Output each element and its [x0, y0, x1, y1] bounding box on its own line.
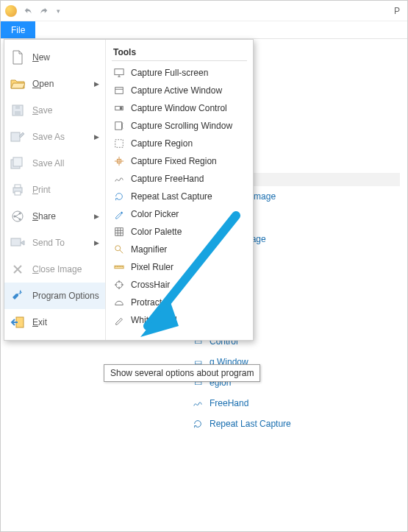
svg-rect-10: [15, 191, 21, 195]
svg-rect-5: [11, 132, 20, 141]
tool-repeat-last-capture[interactable]: Repeat Last Capture: [112, 188, 247, 205]
print-icon: [10, 182, 25, 197]
svg-rect-22: [115, 122, 122, 130]
ribbon-tabs: File: [1, 21, 407, 39]
save-icon: [10, 103, 25, 118]
file-menu-panel: New Open ▶ Save Save As ▶ Save All: [4, 39, 254, 341]
chevron-right-icon: ▶: [94, 239, 99, 247]
menu-program-options[interactable]: Program Options: [4, 283, 105, 309]
chevron-right-icon: ▶: [94, 80, 99, 88]
close-icon: [10, 262, 25, 277]
ruler-icon: [113, 261, 125, 273]
undo-icon[interactable]: [23, 5, 35, 17]
tool-pixel-ruler[interactable]: Pixel Ruler: [112, 258, 247, 276]
tool-magnifier[interactable]: Magnifier: [112, 241, 247, 258]
tool-capture-window-control[interactable]: Capture Window Control: [112, 99, 247, 117]
tool-protractor[interactable]: Protractor: [112, 294, 247, 311]
bg-item-5[interactable]: FreeHand: [192, 393, 398, 414]
menu-new[interactable]: New: [4, 44, 105, 71]
svg-rect-21: [120, 107, 123, 110]
file-menu-left: New Open ▶ Save Save As ▶ Save All: [4, 40, 106, 340]
menu-share-label: Share: [32, 211, 87, 221]
bg-item-6[interactable]: Repeat Last Capture: [192, 414, 398, 434]
svg-point-30: [115, 246, 121, 251]
tool-crosshair[interactable]: CrossHair: [112, 276, 247, 294]
tool-capture-scrolling-window[interactable]: Capture Scrolling Window: [112, 117, 247, 135]
redo-icon[interactable]: [37, 5, 49, 17]
monitor-icon: [113, 67, 125, 79]
menu-save-as[interactable]: Save As ▶: [4, 124, 105, 150]
window-icon: [113, 85, 125, 96]
main-area: new blank image existing image Capture ▭…: [1, 39, 407, 531]
freehand-icon: [192, 397, 204, 409]
menu-save-all-label: Save All: [32, 158, 99, 169]
fixed-region-icon: [113, 155, 125, 167]
tooltip: Show several options about program: [104, 364, 260, 382]
repeat-icon: [113, 191, 125, 202]
chevron-right-icon: ▶: [94, 133, 99, 141]
menu-program-options-label: Program Options: [32, 291, 99, 301]
scroll-window-icon: [113, 120, 125, 132]
region-icon: [113, 138, 125, 149]
save-all-icon: [10, 156, 25, 171]
svg-rect-18: [115, 88, 124, 94]
qat-dropdown-icon[interactable]: ▾: [52, 5, 64, 17]
tool-capture-fixed-region[interactable]: Capture Fixed Region: [112, 152, 247, 170]
send-to-icon: [10, 235, 25, 250]
title-bar: ▾ P: [1, 1, 407, 21]
freehand-icon: [113, 173, 125, 185]
svg-rect-15: [11, 238, 21, 246]
svg-rect-3: [15, 111, 21, 115]
svg-rect-25: [115, 228, 124, 236]
repeat-icon: [192, 418, 204, 430]
menu-open-label: Open: [32, 79, 87, 89]
title-text: P: [394, 6, 403, 16]
crosshair-icon: [113, 279, 125, 291]
tool-capture-freehand[interactable]: Capture FreeHand: [112, 170, 247, 188]
wrench-icon: [10, 288, 25, 303]
tool-capture-active-window[interactable]: Capture Active Window: [112, 82, 247, 99]
menu-share[interactable]: Share ▶: [4, 203, 105, 230]
menu-send-to[interactable]: Send To ▶: [4, 230, 105, 256]
menu-save[interactable]: Save: [4, 97, 105, 124]
svg-rect-23: [115, 140, 124, 148]
svg-rect-17: [115, 69, 124, 75]
file-tab-label: File: [11, 25, 25, 35]
svg-rect-4: [15, 106, 20, 109]
tool-color-palette[interactable]: Color Palette: [112, 223, 247, 241]
menu-exit-label: Exit: [32, 317, 99, 327]
control-icon: [113, 102, 125, 114]
save-as-icon: [10, 130, 25, 144]
menu-exit[interactable]: Exit: [4, 309, 105, 336]
tool-color-picker[interactable]: Color Picker: [112, 205, 247, 223]
tools-heading: Tools: [112, 46, 247, 61]
magnifier-icon: [113, 244, 125, 255]
menu-new-label: New: [32, 52, 99, 63]
menu-send-to-label: Send To: [32, 238, 87, 248]
menu-close-image-label: Close Image: [32, 264, 99, 274]
chevron-right-icon: ▶: [94, 213, 99, 220]
menu-save-label: Save: [32, 105, 99, 116]
exit-icon: [10, 315, 25, 330]
file-tab[interactable]: File: [1, 21, 35, 38]
eyedropper-icon: [113, 208, 125, 220]
file-menu-right: Tools Capture Full-screen Capture Active…: [106, 40, 253, 340]
app-icon: [5, 5, 17, 17]
pen-icon: [113, 314, 125, 326]
menu-close-image[interactable]: Close Image: [4, 256, 105, 283]
menu-save-as-label: Save As: [32, 132, 87, 142]
tool-capture-region[interactable]: Capture Region: [112, 135, 247, 152]
menu-open[interactable]: Open ▶: [4, 71, 105, 97]
new-file-icon: [10, 50, 25, 65]
palette-icon: [113, 226, 125, 238]
menu-print-label: Print: [32, 185, 99, 195]
menu-print[interactable]: Print: [4, 177, 105, 203]
svg-rect-9: [15, 185, 21, 188]
svg-rect-7: [13, 157, 22, 166]
share-icon: [10, 209, 25, 224]
tool-capture-fullscreen[interactable]: Capture Full-screen: [112, 64, 247, 82]
tool-whiteboard[interactable]: WhiteBoard: [112, 311, 247, 329]
open-folder-icon: [10, 77, 25, 91]
protractor-icon: [113, 297, 125, 308]
menu-save-all[interactable]: Save All: [4, 150, 105, 177]
